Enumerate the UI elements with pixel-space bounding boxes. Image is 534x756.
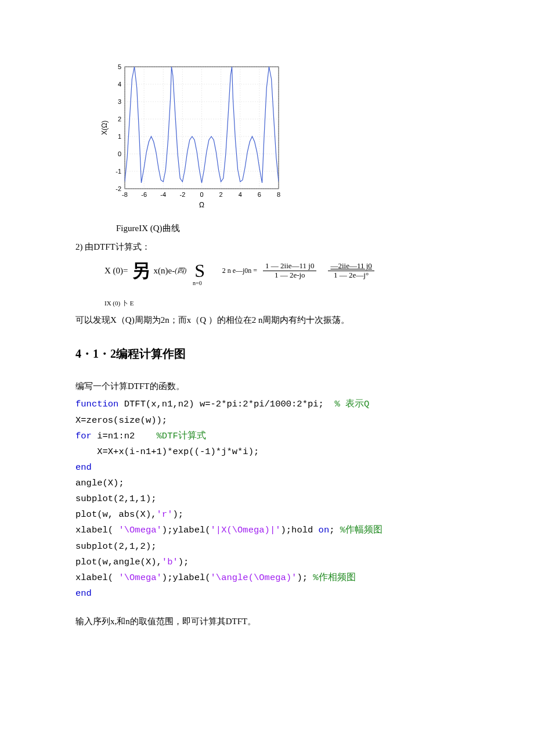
eq-sub2: 2 n e—j0n = [222, 265, 257, 276]
svg-text:-8: -8 [122, 191, 128, 198]
code-l9c: );ylabel( [162, 525, 211, 535]
str-l9b: '\Omega' [118, 525, 161, 535]
eq-frac1-num: 1 — 2iie—11 j0 [263, 262, 316, 271]
figure-caption: FigureIX (Q)曲线 [116, 221, 459, 235]
post-text: 输入序列x,和n的取值范围，即可计算其DTFT。 [75, 614, 459, 628]
svg-text:Ω: Ω [199, 201, 204, 209]
cmt-l1: % 表示Q [334, 399, 369, 409]
eq-frac1: 1 — 2iie—11 j0 1 — 2e-jo [263, 262, 316, 280]
svg-text:8: 8 [277, 191, 280, 198]
svg-text:5: 5 [118, 63, 121, 70]
svg-text:2: 2 [219, 191, 223, 198]
eq-term1: x(n)e- [154, 264, 175, 278]
str-l12b: '\Omega' [118, 573, 161, 583]
code-l9g: ; [329, 525, 340, 535]
cmt-l3: %DTF计算式 [157, 431, 206, 441]
svg-text:-1: -1 [116, 168, 121, 175]
svg-text:-2: -2 [116, 185, 121, 192]
cmt-l9: %作幅频图 [340, 525, 383, 535]
chart-figure: -8-6-4-202468-2-1012345ΩX(Ω) [99, 61, 459, 217]
eq-sum-symbol: 另 [132, 256, 150, 286]
eq-frac2-den: 1 — 2e—j° [331, 271, 371, 280]
code-intro: 编写一个计算DTFT的函数。 [75, 379, 459, 393]
observation-text: 可以发现X（Q)周期为2n；而x（Q ）的相位在2 n周期内有约十次振荡。 [75, 313, 459, 327]
kw-function: function [75, 399, 118, 409]
kw-end1: end [75, 462, 92, 473]
code-l12a: xlabel( [75, 573, 118, 583]
code-l7: subplot(2,1,1); [75, 494, 157, 504]
dtft-calc-label: 2) 由DTFT计算式： [75, 240, 459, 254]
code-l9a: xlabel( [75, 525, 118, 535]
svg-text:2: 2 [118, 116, 121, 123]
eq-frac1-den: 1 — 2e-jo [272, 271, 308, 280]
eq-frac2-num: —2iie—11 j0 [328, 262, 374, 271]
eq-term1-it: (四) [175, 265, 186, 276]
str-l11: 'b' [162, 557, 178, 567]
svg-text:0: 0 [200, 191, 203, 198]
svg-text:-4: -4 [160, 191, 166, 198]
line-chart: -8-6-4-202468-2-1012345ΩX(Ω) [99, 61, 284, 212]
code-l1b: DTFT(x,n1,n2) w=-2*pi:2*pi/1000:2*pi; [118, 399, 334, 409]
kw-end2: end [75, 588, 92, 599]
code-l12e: ); [297, 573, 313, 583]
cmt-l12: %作相频图 [313, 573, 355, 583]
svg-text:4: 4 [239, 191, 242, 198]
kw-for: for [75, 431, 92, 441]
code-l12c: );ylabel( [162, 573, 211, 583]
code-l8a: plot(w, abs(X), [75, 509, 157, 520]
section-heading: 4・1・2编程计算作图 [75, 344, 459, 363]
str-l9d: '|X(\Omega)|' [211, 525, 281, 535]
code-l10: subplot(2,1,2); [75, 541, 157, 552]
svg-text:3: 3 [118, 98, 121, 105]
code-l11c: ); [178, 557, 189, 567]
svg-text:1: 1 [118, 133, 121, 140]
svg-text:-2: -2 [179, 191, 185, 198]
svg-text:6: 6 [258, 191, 261, 198]
eq-frac2: —2iie—11 j0 1 — 2e—j° [328, 262, 374, 280]
code-l4: X=X+x(i-n1+1)*exp((-1)*j*w*i); [75, 447, 259, 457]
svg-text:4: 4 [118, 81, 121, 88]
code-l2: X=zeros(size(w)); [75, 415, 167, 426]
equation-line: X (0)= 另 x(n)e- (四) S n=0 2 n e—j0n = 1 … [104, 256, 459, 286]
eq-lhs: X (0)= [104, 264, 128, 278]
code-l9e: );hold [280, 525, 318, 535]
svg-text:0: 0 [118, 150, 121, 157]
code-l6: angle(X); [75, 478, 124, 488]
str-l8: 'r' [157, 509, 173, 520]
eq-neq: n=0 [193, 279, 202, 288]
code-l11a: plot(w,angle(X), [75, 557, 162, 567]
kw-on: on [319, 525, 330, 535]
svg-text:-6: -6 [141, 191, 147, 198]
code-l3b: i=n1:n2 [92, 431, 157, 441]
small-equation: IX (0) 卜 E [104, 298, 459, 309]
svg-text:X(Ω): X(Ω) [100, 121, 109, 135]
str-l12d: '\angle(\Omega)' [211, 573, 297, 583]
code-block: function DTFT(x,n1,n2) w=-2*pi:2*pi/1000… [75, 397, 459, 602]
code-l8c: ); [172, 509, 183, 520]
